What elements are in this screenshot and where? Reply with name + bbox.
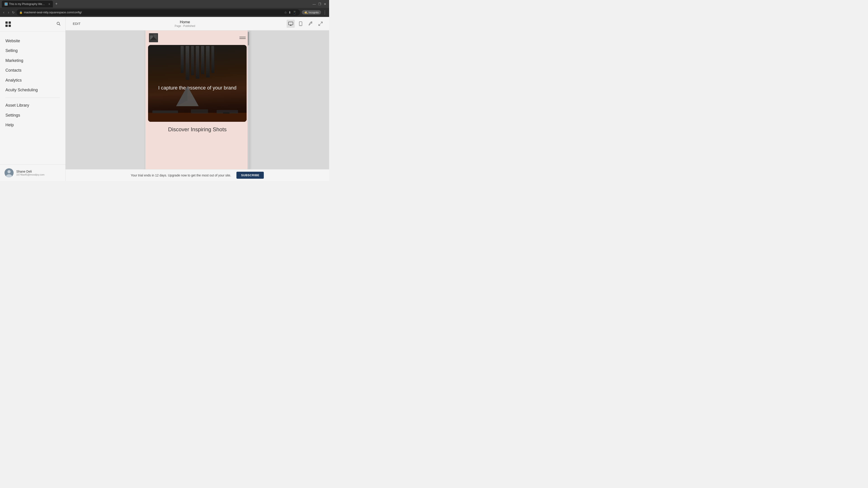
refresh-button[interactable]: ↻: [12, 11, 15, 14]
incognito-badge: 🕵 Incognito: [302, 10, 321, 14]
squarespace-logo[interactable]: [4, 21, 12, 28]
svg-rect-1: [8, 22, 11, 24]
trial-banner: Your trial ends in 12 days. Upgrade now …: [66, 169, 329, 181]
svg-rect-9: [288, 22, 293, 25]
site-logo: [149, 33, 158, 42]
svg-rect-2: [5, 25, 8, 27]
user-email: 1574ba45@moodjoy.com: [16, 173, 44, 176]
address-input[interactable]: 🔒 mackerel-seal-nldy.squarespace.com/con…: [17, 9, 300, 15]
tab-title: This is my Photography Website: [9, 2, 45, 6]
svg-rect-25: [152, 110, 178, 113]
sidebar-item-analytics[interactable]: Analytics: [5, 75, 60, 85]
avatar: [4, 168, 13, 177]
sidebar-item-settings[interactable]: Settings: [5, 110, 60, 120]
curtain-line: [201, 46, 204, 74]
address-bar: ‹ › ↻ 🔒 mackerel-seal-nldy.squarespace.c…: [0, 8, 329, 17]
search-button[interactable]: [56, 22, 61, 27]
desktop-view-button[interactable]: [287, 20, 295, 28]
mobile-view-button[interactable]: [297, 20, 305, 28]
site-header: [145, 31, 249, 45]
expand-button[interactable]: [316, 20, 324, 28]
scrollbar-thumb: [248, 32, 249, 45]
browser-tab-bar: 🌐 This is my Photography Website × + — ❐…: [0, 0, 329, 8]
preview-scrollbar[interactable]: [248, 31, 249, 181]
svg-line-5: [59, 24, 60, 25]
sidebar-header: [0, 17, 65, 32]
svg-line-17: [319, 24, 320, 26]
sidebar-item-selling[interactable]: Selling: [5, 46, 60, 56]
hamburger-line-1: [239, 37, 246, 37]
editor-toolbar: EDIT Home Page · Published: [66, 17, 329, 31]
sidebar-item-asset-library[interactable]: Asset Library: [5, 101, 60, 110]
main-layout: Website Selling Marketing Contacts Analy…: [0, 17, 329, 181]
page-status: Page · Published: [83, 24, 287, 28]
curtain-line: [191, 46, 194, 75]
browser-tab-active[interactable]: 🌐 This is my Photography Website ×: [2, 1, 53, 7]
address-url: mackerel-seal-nldy.squarespace.com/confi…: [24, 11, 82, 14]
page-title: Home: [83, 20, 287, 24]
minimize-button[interactable]: —: [312, 2, 316, 6]
sidebar-item-acuity[interactable]: Acuity Scheduling: [5, 85, 60, 95]
new-tab-button[interactable]: +: [54, 2, 59, 6]
discover-text: Discover Inspiring Shots: [145, 122, 249, 137]
sidebar-user-profile[interactable]: Shane Deli 1574ba45@moodjoy.com: [0, 164, 65, 181]
user-info: Shane Deli 1574ba45@moodjoy.com: [16, 170, 44, 176]
svg-rect-28: [223, 112, 229, 113]
curtain-line: [206, 46, 210, 77]
trial-text: Your trial ends in 12 days. Upgrade now …: [131, 173, 231, 177]
hero-curtain-lines: [148, 45, 247, 87]
site-hamburger-menu[interactable]: [239, 37, 246, 39]
restore-button[interactable]: ❐: [317, 2, 322, 6]
bookmark-icon[interactable]: ☆: [284, 11, 287, 14]
incognito-label: Incognito: [309, 11, 319, 14]
back-button[interactable]: ‹: [2, 10, 5, 14]
hero-image: I capture the essence of your brand: [148, 45, 247, 122]
security-lock-icon: 🔒: [19, 11, 23, 14]
curtain-line: [211, 46, 214, 73]
pen-tool-button[interactable]: [307, 20, 315, 28]
tab-favicon: 🌐: [4, 2, 8, 6]
svg-point-7: [7, 170, 11, 173]
svg-rect-24: [148, 113, 247, 122]
sidebar-main-section: Website Selling Marketing Contacts Analy…: [0, 36, 65, 95]
preview-frame: I capture the essence of your brand: [145, 31, 249, 181]
sidebar-item-contacts[interactable]: Contacts: [5, 66, 60, 75]
svg-point-14: [301, 25, 301, 25]
hamburger-line-2: [239, 38, 246, 39]
curtain-line: [186, 46, 189, 80]
forward-button[interactable]: ›: [7, 10, 10, 14]
content-area: EDIT Home Page · Published: [66, 17, 329, 181]
view-controls: [287, 20, 324, 28]
subscribe-button[interactable]: SUBSCRIBE: [237, 172, 264, 179]
sidebar-item-marketing[interactable]: Marketing: [5, 56, 60, 66]
edit-button[interactable]: EDIT: [70, 20, 83, 27]
curtain-line: [196, 46, 199, 78]
curtain-line: [181, 46, 184, 73]
sidebar-navigation: Website Selling Marketing Contacts Analy…: [0, 32, 65, 164]
browser-menu-button[interactable]: ⋮: [323, 10, 327, 15]
svg-rect-26: [191, 109, 208, 113]
sidebar-item-help[interactable]: Help: [5, 120, 60, 130]
svg-rect-0: [5, 22, 8, 24]
svg-line-16: [321, 22, 322, 24]
hero-table-objects: [148, 104, 247, 122]
sidebar-item-website[interactable]: Website: [5, 36, 60, 46]
preview-container: I capture the essence of your brand: [66, 31, 329, 181]
page-title-center: Home Page · Published: [83, 20, 287, 28]
close-button[interactable]: ✕: [323, 2, 327, 6]
sidebar: Website Selling Marketing Contacts Analy…: [0, 17, 66, 181]
tab-close-button[interactable]: ×: [49, 2, 50, 6]
address-right-icons: ☆ ⬇ 📱: [284, 11, 297, 14]
user-name: Shane Deli: [16, 170, 44, 173]
sidebar-bottom-section: Asset Library Settings Help: [0, 101, 65, 130]
device-icon[interactable]: 📱: [292, 11, 296, 14]
download-icon[interactable]: ⬇: [288, 11, 291, 14]
svg-rect-3: [8, 25, 11, 27]
